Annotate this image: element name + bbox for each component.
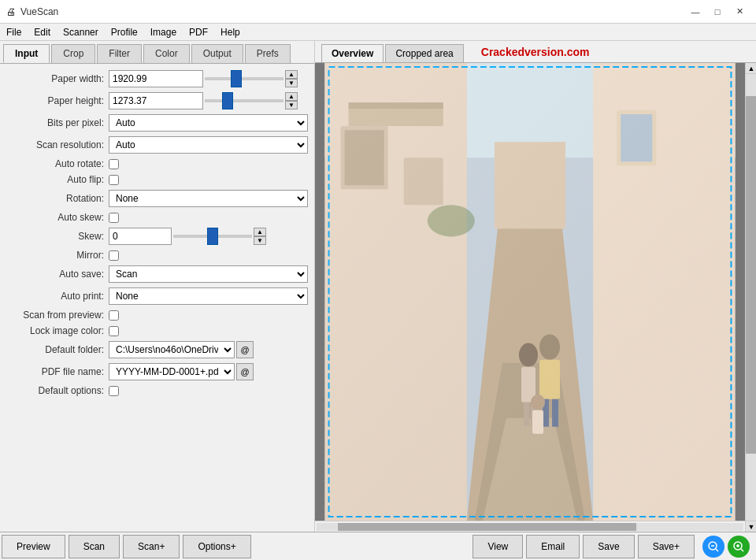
auto-rotate-row: Auto rotate: — [3, 158, 311, 169]
auto-flip-control — [109, 175, 308, 185]
paper-width-slider-container — [205, 77, 284, 80]
vscroll-track — [746, 74, 756, 521]
paper-width-input[interactable] — [109, 70, 203, 87]
left-panel: Input Crop Filter Color Output Prefs Pap… — [0, 41, 315, 532]
svg-line-34 — [741, 549, 743, 551]
bits-per-pixel-select[interactable]: Auto8 bit16 bit24 bit48 bit — [109, 114, 308, 132]
auto-print-control: NoneScanAll — [109, 287, 308, 305]
maximize-button[interactable]: □ — [707, 5, 728, 19]
paper-width-row: Paper width: ▲ ▼ — [3, 70, 311, 87]
paper-height-row: Paper height: ▲ ▼ — [3, 92, 311, 109]
scan-button[interactable]: Scan — [69, 535, 120, 558]
options-plus-button[interactable]: Options+ — [183, 535, 250, 558]
menu-image[interactable]: Image — [144, 25, 183, 39]
pdf-file-name-at-button[interactable]: @ — [236, 363, 254, 380]
skew-spin-down[interactable]: ▼ — [254, 236, 266, 245]
pdf-file-name-select[interactable]: YYYY-MM-DD-0001+.pdf — [109, 363, 235, 380]
h-scroll-thumb[interactable] — [338, 523, 636, 531]
watermark-text: Crackedversion.com — [481, 46, 590, 61]
bits-per-pixel-control: Auto8 bit16 bit24 bit48 bit — [109, 114, 308, 132]
zoom-in-button[interactable] — [728, 536, 750, 558]
rotation-select[interactable]: None90 CW90 CCW180 — [109, 190, 308, 207]
scan-resolution-select[interactable]: Auto1002003006001200 — [109, 136, 308, 154]
skew-slider[interactable] — [173, 235, 252, 238]
view-button[interactable]: View — [472, 535, 523, 558]
paper-width-label: Paper width: — [6, 73, 109, 84]
auto-rotate-checkbox[interactable] — [109, 159, 119, 169]
default-folder-select[interactable]: C:\Users\no46o\OneDrive\P... — [109, 341, 235, 358]
skew-input[interactable] — [109, 228, 172, 245]
image-scroll-area: ▲ ▼ — [315, 63, 756, 532]
save-button[interactable]: Save — [583, 535, 634, 558]
mirror-row: Mirror: — [3, 250, 311, 261]
save-plus-button[interactable]: Save+ — [638, 535, 695, 558]
scan-from-preview-control — [109, 310, 308, 321]
default-options-checkbox[interactable] — [109, 386, 119, 396]
menu-pdf[interactable]: PDF — [183, 25, 214, 39]
paper-width-spin-up[interactable]: ▲ — [285, 70, 298, 79]
auto-skew-control — [109, 213, 308, 223]
close-button[interactable]: ✕ — [729, 5, 750, 19]
app-title: VueScan — [20, 6, 58, 17]
scan-from-preview-label: Scan from preview: — [6, 310, 109, 321]
skew-spin-up[interactable]: ▲ — [254, 228, 266, 236]
menubar: File Edit Scanner Profile Image PDF Help — [0, 24, 756, 41]
tab-cropped-area[interactable]: Cropped area — [385, 44, 463, 62]
vscroll-up-button[interactable]: ▲ — [746, 63, 756, 74]
auto-skew-label: Auto skew: — [6, 212, 109, 223]
paper-height-input[interactable] — [109, 92, 203, 109]
minimize-button[interactable]: — — [685, 5, 706, 19]
svg-rect-27 — [325, 63, 736, 521]
vscroll-down-button[interactable]: ▼ — [746, 521, 756, 532]
tab-input[interactable]: Input — [3, 44, 50, 63]
lock-image-color-checkbox[interactable] — [109, 326, 119, 336]
paper-height-spin-up[interactable]: ▲ — [285, 92, 298, 101]
app-icon: 🖨 — [6, 6, 16, 17]
menu-profile[interactable]: Profile — [105, 25, 144, 39]
scan-from-preview-row: Scan from preview: — [3, 310, 311, 321]
default-folder-label: Default folder: — [6, 344, 109, 355]
menu-edit[interactable]: Edit — [28, 25, 57, 39]
paper-height-spin-down[interactable]: ▼ — [285, 101, 298, 109]
main-layout: Input Crop Filter Color Output Prefs Pap… — [0, 41, 756, 532]
vscroll-thumb[interactable] — [746, 96, 756, 454]
scan-plus-button[interactable]: Scan+ — [123, 535, 180, 558]
default-folder-at-button[interactable]: @ — [236, 341, 254, 358]
vertical-scrollbar[interactable]: ▲ ▼ — [745, 63, 756, 532]
preview-button[interactable]: Preview — [2, 535, 65, 558]
tab-crop[interactable]: Crop — [51, 44, 95, 63]
image-container — [315, 63, 745, 521]
auto-skew-checkbox[interactable] — [109, 213, 119, 223]
auto-flip-checkbox[interactable] — [109, 175, 119, 185]
view-tabs: Overview Cropped area Crackedversion.com — [315, 41, 756, 63]
paper-height-spinner: ▲ ▼ — [285, 92, 298, 109]
paper-width-control: ▲ ▼ — [109, 70, 308, 87]
auto-print-select[interactable]: NoneScanAll — [109, 287, 308, 305]
tab-color[interactable]: Color — [143, 44, 190, 63]
bits-per-pixel-row: Bits per pixel: Auto8 bit16 bit24 bit48 … — [3, 114, 311, 132]
auto-save-select[interactable]: ScanNonePreview — [109, 265, 308, 283]
auto-rotate-control — [109, 159, 308, 169]
paper-width-slider[interactable] — [205, 77, 284, 80]
tab-prefs[interactable]: Prefs — [245, 44, 291, 63]
paper-height-label: Paper height: — [6, 95, 109, 106]
email-button[interactable]: Email — [526, 535, 580, 558]
paper-width-spin-down[interactable]: ▼ — [285, 79, 298, 87]
mirror-checkbox[interactable] — [109, 250, 119, 261]
zoom-area — [696, 536, 756, 558]
zoom-out-button[interactable] — [702, 536, 724, 558]
scan-from-preview-checkbox[interactable] — [109, 310, 119, 321]
tab-filter[interactable]: Filter — [97, 44, 142, 63]
horizontal-scrollbar[interactable] — [315, 521, 745, 532]
paper-height-slider[interactable] — [205, 99, 284, 102]
menu-help[interactable]: Help — [214, 25, 246, 39]
tab-output[interactable]: Output — [191, 44, 243, 63]
tab-overview[interactable]: Overview — [321, 44, 384, 62]
menu-file[interactable]: File — [0, 25, 28, 39]
default-folder-control: C:\Users\no46o\OneDrive\P... @ — [109, 341, 308, 358]
lock-image-color-control — [109, 326, 308, 336]
auto-flip-label: Auto flip: — [6, 174, 109, 185]
menu-scanner[interactable]: Scanner — [57, 25, 105, 39]
default-folder-row: Default folder: C:\Users\no46o\OneDrive\… — [3, 341, 311, 358]
mirror-label: Mirror: — [6, 250, 109, 261]
